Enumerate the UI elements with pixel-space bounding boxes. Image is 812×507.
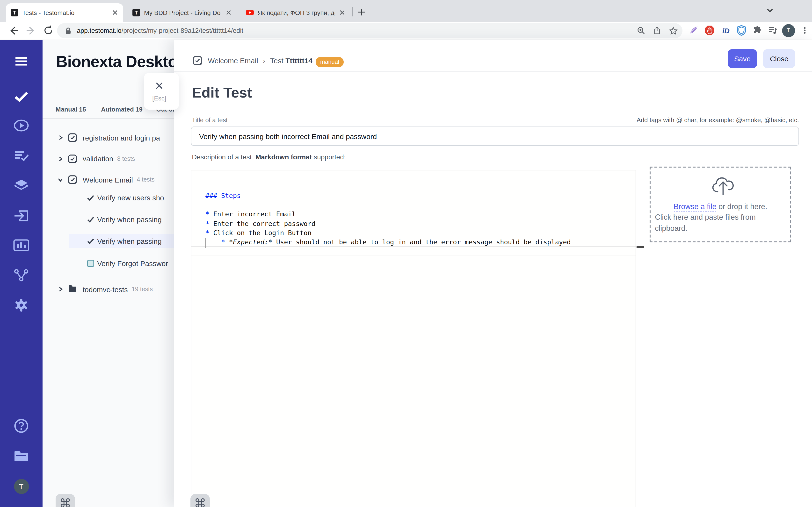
- page-title: Edit Test: [192, 84, 252, 101]
- breadcrumb-separator: ›: [263, 56, 265, 64]
- upload-dropzone[interactable]: Browse a file or drop it here. Click her…: [650, 167, 791, 242]
- tab-title: Tests - Testomat.io: [22, 9, 108, 16]
- help-icon[interactable]: [13, 418, 30, 434]
- suites-panel: Bionexta Deskto Manual 15 Automated 19 O…: [43, 40, 174, 507]
- suite-icon: [68, 175, 77, 184]
- tree-suite-7[interactable]: todomvc-tests19 tests: [43, 282, 174, 296]
- code-line-0: ### Steps: [191, 191, 636, 201]
- menu-icon[interactable]: [13, 53, 30, 69]
- editor-shortcut-button[interactable]: ⌘: [191, 494, 210, 507]
- title-input[interactable]: Verify when passing both incorrect Email…: [191, 126, 799, 146]
- browser-tab-tests[interactable]: T Tests - Testomat.io: [6, 3, 123, 22]
- edit-test-modal: Welcome Email › Test Ttttttt14 manual Sa…: [174, 40, 812, 507]
- page: T Tests - Testomat.io T My BDD Project -…: [0, 0, 812, 507]
- browser-tab-youtube[interactable]: Як подати, ФОП 3 групи, дек: [241, 3, 350, 22]
- extension-adblock-icon[interactable]: [703, 24, 716, 37]
- share-icon[interactable]: [653, 26, 661, 35]
- folder-icon[interactable]: [13, 448, 30, 464]
- folder-icon: [68, 285, 77, 294]
- save-button[interactable]: Save: [728, 49, 757, 68]
- tree-label: Welcome Email: [83, 175, 133, 184]
- test-check-icon: [87, 238, 94, 245]
- extension-id-icon[interactable]: iD: [719, 24, 733, 37]
- code-line-6: [191, 246, 636, 256]
- plans-list-icon[interactable]: [13, 147, 30, 164]
- signin-icon[interactable]: [13, 208, 30, 224]
- new-tab-button[interactable]: [356, 6, 367, 18]
- tree-suite-1[interactable]: validation8 tests: [43, 152, 174, 166]
- youtube-favicon: [246, 9, 254, 16]
- description-editor[interactable]: ### Steps* Enter incorrect Email* Enter …: [191, 170, 636, 507]
- tree-count: 4 tests: [137, 176, 155, 183]
- tree-label: Verify when passing: [97, 237, 162, 245]
- address-bar[interactable]: app.testomat.io/projects/my-project-89a1…: [57, 23, 682, 38]
- title-field-label: Title of a test: [192, 116, 227, 124]
- suite-icon: [193, 56, 202, 65]
- tab-title: My BDD Project - Living Docum: [144, 9, 221, 16]
- chevron-right-icon[interactable]: [57, 286, 63, 292]
- tab-close-icon[interactable]: [224, 8, 233, 17]
- close-button[interactable]: Close: [763, 49, 795, 68]
- branch-icon[interactable]: [13, 267, 30, 283]
- tests-check-icon[interactable]: [13, 89, 30, 105]
- tab-title: Як подати, ФОП 3 групи, дек: [258, 9, 335, 16]
- modal-close-card[interactable]: [Esc]: [144, 73, 179, 110]
- tree-label: todomvc-tests: [83, 285, 128, 293]
- tab-search-chevron-icon[interactable]: [765, 5, 775, 15]
- chevron-right-icon[interactable]: [57, 135, 63, 140]
- code-line-4: * Click on the Login Button: [191, 228, 636, 237]
- tree-label: Verify when passing: [97, 215, 162, 224]
- breadcrumb-suite-link[interactable]: Welcome Email: [208, 56, 258, 64]
- tree-count: 8 tests: [117, 155, 135, 162]
- upload-cloud-icon: [651, 176, 790, 196]
- close-icon[interactable]: [156, 82, 163, 89]
- esc-hint: [Esc]: [144, 95, 174, 102]
- tab-separator: [352, 7, 353, 16]
- tree-test-5[interactable]: Verify when passing: [69, 234, 174, 248]
- browser-menu-kebab-icon[interactable]: [798, 24, 812, 37]
- chevron-right-icon[interactable]: [57, 156, 63, 162]
- app-root: T Bionexta Deskto Manual 15 Automated 19…: [0, 40, 812, 507]
- breadcrumb: Welcome Email › Test Ttttttt14 manual: [193, 52, 344, 69]
- extension-feather-icon[interactable]: [687, 24, 700, 37]
- upload-paste-text: Click here and paste files from clipboar…: [655, 212, 771, 234]
- editor-code: ### Steps* Enter incorrect Email* Enter …: [191, 191, 636, 256]
- user-avatar[interactable]: T: [13, 478, 30, 495]
- editor-scrollbar-thumb[interactable]: [637, 246, 644, 248]
- test-check-icon: [87, 216, 94, 223]
- left-nav-rail: T: [0, 40, 43, 507]
- extension-shield-icon[interactable]: [735, 24, 748, 37]
- tree-suite-0[interactable]: registration and login pa: [43, 131, 174, 145]
- tab-manual[interactable]: Manual 15: [56, 106, 86, 113]
- tab-close-icon[interactable]: [338, 8, 347, 17]
- tree-test-4[interactable]: Verify when passing: [43, 213, 174, 226]
- tree-test-6[interactable]: Verify Forgot Passwor: [43, 256, 174, 270]
- zoom-icon[interactable]: [637, 26, 645, 35]
- code-line-5: * *Expected:* User should not be able to…: [191, 237, 636, 247]
- analytics-icon[interactable]: [13, 237, 30, 253]
- profile-avatar[interactable]: T: [781, 24, 795, 37]
- reload-button[interactable]: [41, 23, 56, 38]
- tree-label: Verify new users sho: [97, 193, 164, 202]
- upload-text-line: Browse a file or drop it here.: [651, 202, 790, 211]
- tree-test-3[interactable]: Verify new users sho: [43, 190, 174, 205]
- extension-playlist-icon[interactable]: [766, 24, 779, 37]
- panel-shortcut-button[interactable]: ⌘: [56, 494, 75, 507]
- runs-play-icon[interactable]: [13, 117, 30, 134]
- browse-file-link[interactable]: Browse a file: [673, 202, 716, 212]
- tree-label: registration and login pa: [83, 133, 160, 142]
- browser-tab-bdd[interactable]: T My BDD Project - Living Docum: [128, 3, 237, 22]
- extensions-puzzle-icon[interactable]: [751, 24, 764, 37]
- test-check-icon: [87, 194, 94, 201]
- project-title: Bionexta Deskto: [56, 53, 174, 71]
- tab-close-icon[interactable]: [111, 8, 119, 17]
- gear-icon[interactable]: [13, 297, 30, 314]
- forward-button[interactable]: [24, 23, 38, 38]
- layers-icon[interactable]: [13, 177, 30, 193]
- bookmark-star-icon[interactable]: [669, 26, 678, 35]
- tab-automated[interactable]: Automated 19: [101, 106, 143, 113]
- tree-suite-2[interactable]: Welcome Email4 tests: [43, 173, 174, 187]
- back-button[interactable]: [6, 23, 21, 38]
- chevron-down-icon[interactable]: [57, 177, 63, 182]
- suites-tree: registration and login pavalidation8 tes…: [43, 119, 174, 408]
